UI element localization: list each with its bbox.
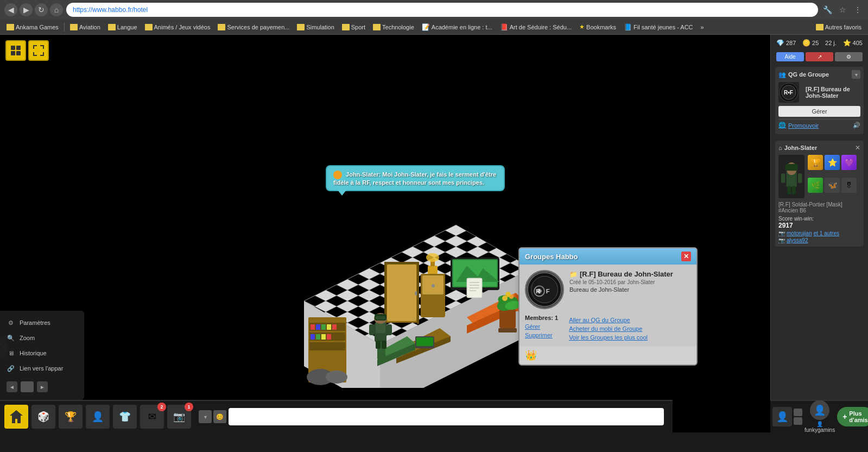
right-panel: 💎 287 🪙 25 22 j. ⭐ 405 Aide ↗ ⚙ <box>770 35 868 432</box>
grid-toggle-button[interactable] <box>5 40 26 61</box>
friend-link-motorujian[interactable]: 📷 motorujian et 1 autres <box>778 230 860 236</box>
bookmark-art[interactable]: 📕 Art de Séduire : Sédu... <box>497 22 575 32</box>
user-icon-bottom: 👤 <box>772 407 792 426</box>
bookmark-animes[interactable]: Animés / Jeux vidéos <box>142 23 214 32</box>
fullscreen-button[interactable] <box>28 40 49 61</box>
groupes-close-button[interactable]: ✕ <box>681 252 691 261</box>
avatar-svg <box>778 155 804 198</box>
bookmark-aviation[interactable]: Aviation <box>67 23 104 32</box>
nav-next-btn[interactable]: ► <box>37 381 48 392</box>
bookmark-academie[interactable]: 📝 Académie en ligne : t... <box>419 22 496 32</box>
groupes-cool-link[interactable]: Voir les Groupes les plus cool <box>569 334 648 341</box>
bookmark-techno[interactable]: Technologie <box>370 23 417 32</box>
star-icon[interactable]: ☆ <box>837 4 848 16</box>
browser-chrome: ◀ ▶ ↻ ⌂ https://www.habbo.fr/hotel 🔧 ☆ ⋮… <box>0 0 868 35</box>
right-top: 💎 287 🪙 25 22 j. ⭐ 405 Aide ↗ ⚙ <box>771 35 868 251</box>
nav-prev-btn[interactable]: ◄ <box>7 381 17 392</box>
btn-sm-2[interactable] <box>794 417 802 425</box>
bookmark-fil[interactable]: 📘 Fil santé jeunes - ACC <box>620 22 696 32</box>
funkygamins-name: funkygamins <box>804 427 835 433</box>
bookmark-more[interactable]: » <box>698 23 707 32</box>
folder-icon <box>373 24 381 30</box>
svg-point-22 <box>326 371 347 384</box>
home-button[interactable]: ⌂ <box>50 3 63 16</box>
profile-button[interactable]: 👤 <box>86 405 110 429</box>
funkygamins-container: 👤 👤 funkygamins <box>804 400 835 433</box>
game-room <box>228 192 532 388</box>
red-action-button[interactable]: ↗ <box>806 52 833 61</box>
friend-link-alyssa[interactable]: 📷 alyssa92 <box>778 237 860 243</box>
bookmark-bookmarks[interactable]: ★ Bookmarks <box>576 22 619 32</box>
nav-historique[interactable]: 🖥 Historique <box>0 346 84 361</box>
game-canvas[interactable]: John-Slater: Moi John-Slater, je fais le… <box>0 35 770 432</box>
stars-value: 405 <box>853 40 863 46</box>
bookmark-simulation[interactable]: Simulation <box>294 23 337 32</box>
chat-menu-btn[interactable]: ▾ <box>199 410 212 423</box>
svg-rect-66 <box>376 341 381 349</box>
score-label: Score win-win: <box>778 216 860 222</box>
profile-close-btn[interactable]: ✕ <box>855 144 860 152</box>
groupes-info: 📁 [R.F] Bureau de John-Slater Créé le 05… <box>569 270 691 294</box>
btn-sm-1[interactable] <box>794 409 802 416</box>
groupes-buy-link[interactable]: Acheter du mobi de Groupe <box>569 325 648 332</box>
folder-icon <box>70 24 78 30</box>
promote-link[interactable]: 🌐 Promouvoir <box>778 122 819 129</box>
svg-rect-47 <box>416 337 433 346</box>
forward-button[interactable]: ▶ <box>20 3 33 16</box>
svg-rect-12 <box>321 324 326 330</box>
group-logo-svg: R•F <box>779 83 799 102</box>
aide-button[interactable]: Aide <box>776 52 804 61</box>
chat-controls: ▾ 😊 <box>199 410 226 423</box>
friend-suffix: et 1 autres <box>814 230 839 236</box>
extensions-icon[interactable]: 🔧 <box>821 4 833 16</box>
nav-lien[interactable]: 🔗 Lien vers l'appar <box>0 361 84 376</box>
profile-avatar <box>778 155 804 198</box>
svg-rect-24 <box>387 265 416 321</box>
group-hq-label: QG de Groupe <box>788 71 829 78</box>
bookmark-sport[interactable]: Sport <box>339 23 369 32</box>
svg-marker-73 <box>10 410 23 423</box>
hotel-button[interactable] <box>4 405 28 429</box>
camera-button[interactable]: 📷 1 <box>167 405 191 429</box>
menu-icon[interactable]: ⋮ <box>852 4 864 16</box>
nav-parametres[interactable]: ⚙ Paramètres <box>0 315 84 330</box>
star-icon: ★ <box>579 23 585 30</box>
settings-button[interactable]: ⚙ <box>835 52 863 61</box>
bookmark-services[interactable]: Services de payemen... <box>214 23 293 32</box>
groupes-delete-link[interactable]: Supprimer <box>525 332 558 338</box>
settings-icon: ⚙ <box>7 318 15 327</box>
profile-title-text: [R.F] Soldat-Portier [Mask] #Ancien B6 <box>778 202 860 214</box>
bookmark-autres[interactable]: Autres favoris <box>813 23 865 32</box>
group-hq-dropdown[interactable]: ▾ <box>852 70 860 79</box>
star-button[interactable]: 🏆 <box>59 405 83 429</box>
folder-icon <box>108 24 116 30</box>
score-value: 2917 <box>778 222 860 229</box>
group-info: R•F [R.F] Bureau de John-Slater <box>778 82 860 103</box>
manage-button[interactable]: Gérer <box>778 106 860 117</box>
svg-rect-19 <box>327 334 331 340</box>
days-display: 22 j. <box>825 40 837 46</box>
reload-button[interactable]: ↻ <box>35 3 48 16</box>
profile-header: ⌂ John-Slater ✕ <box>778 144 860 152</box>
clothing-button[interactable]: 👕 <box>113 405 137 429</box>
back-button[interactable]: ◀ <box>4 3 17 16</box>
bookmark-langue[interactable]: Langue <box>105 23 141 32</box>
chat-input-wrapper[interactable] <box>229 408 664 425</box>
mail-badge: 2 <box>157 403 166 411</box>
bottom-profile-btns <box>794 409 802 425</box>
dice-button[interactable]: 🎲 <box>31 405 55 429</box>
nav-label: Lien vers l'appar <box>20 365 63 372</box>
svg-rect-81 <box>798 173 802 183</box>
address-bar[interactable]: https://www.habbo.fr/hotel <box>66 3 818 17</box>
groupes-hq-link[interactable]: Aller au QG du Groupe <box>569 317 648 323</box>
right-buttons: Aide ↗ ⚙ <box>773 51 866 62</box>
bookmark-ankama[interactable]: Ankama Games <box>3 23 62 32</box>
chat-input[interactable] <box>233 413 660 420</box>
chat-emoji-btn[interactable]: 😊 <box>213 410 226 423</box>
nav-zoom[interactable]: 🔍 Zoom <box>0 330 84 346</box>
mail-button[interactable]: ✉ 2 <box>140 405 164 429</box>
plus-amis-btn-1[interactable]: + Plus d'amis <box>837 407 868 426</box>
groupes-manage-link[interactable]: Gérer <box>525 323 558 330</box>
bookmark-label: Sport <box>351 24 365 30</box>
speaker-icon[interactable]: 🔊 <box>853 122 860 129</box>
